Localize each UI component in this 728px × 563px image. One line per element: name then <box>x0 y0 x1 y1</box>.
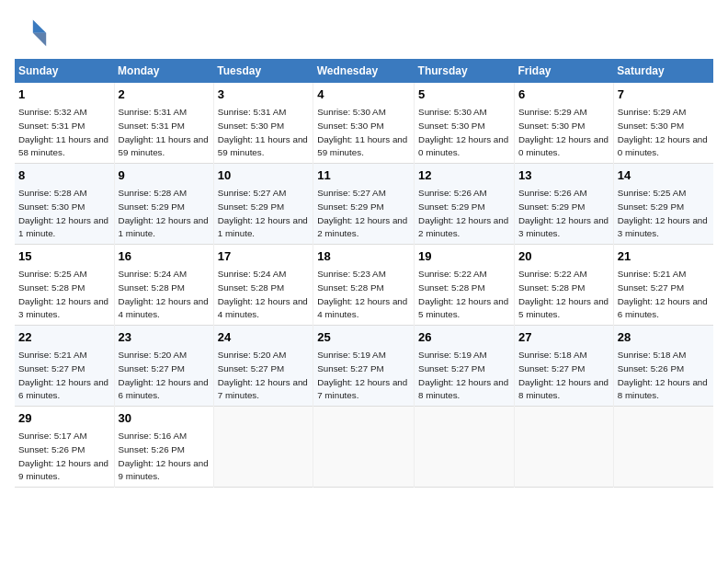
cell-info: Sunrise: 5:24 AMSunset: 5:28 PMDaylight:… <box>218 269 308 319</box>
calendar-cell: 22Sunrise: 5:21 AMSunset: 5:27 PMDayligh… <box>15 326 114 407</box>
calendar-week-3: 15Sunrise: 5:25 AMSunset: 5:28 PMDayligh… <box>15 245 713 326</box>
calendar-cell: 23Sunrise: 5:20 AMSunset: 5:27 PMDayligh… <box>114 326 213 407</box>
day-number: 30 <box>119 410 210 427</box>
calendar-cell: 24Sunrise: 5:20 AMSunset: 5:27 PMDayligh… <box>213 326 313 407</box>
logo-icon <box>15 15 48 48</box>
calendar-table: SundayMondayTuesdayWednesdayThursdayFrid… <box>15 59 713 488</box>
day-number: 15 <box>18 248 110 265</box>
page-header <box>15 15 713 48</box>
calendar-cell: 7Sunrise: 5:29 AMSunset: 5:30 PMDaylight… <box>613 83 713 164</box>
calendar-cell <box>313 407 415 488</box>
calendar-cell: 15Sunrise: 5:25 AMSunset: 5:28 PMDayligh… <box>15 245 114 326</box>
day-number: 16 <box>119 248 210 265</box>
svg-marker-1 <box>33 33 46 46</box>
day-number: 2 <box>119 86 210 103</box>
calendar-cell: 30Sunrise: 5:16 AMSunset: 5:26 PMDayligh… <box>114 407 213 488</box>
day-number: 29 <box>18 410 110 427</box>
calendar-week-5: 29Sunrise: 5:17 AMSunset: 5:26 PMDayligh… <box>15 407 713 488</box>
calendar-cell <box>515 407 614 488</box>
calendar-week-2: 8Sunrise: 5:28 AMSunset: 5:30 PMDaylight… <box>15 164 713 245</box>
calendar-cell: 10Sunrise: 5:27 AMSunset: 5:29 PMDayligh… <box>213 164 313 245</box>
calendar-cell: 9Sunrise: 5:28 AMSunset: 5:29 PMDaylight… <box>114 164 213 245</box>
cell-info: Sunrise: 5:31 AMSunset: 5:30 PMDaylight:… <box>218 107 308 157</box>
cell-info: Sunrise: 5:27 AMSunset: 5:29 PMDaylight:… <box>218 188 308 238</box>
col-header-saturday: Saturday <box>613 59 713 83</box>
col-header-wednesday: Wednesday <box>313 59 415 83</box>
cell-info: Sunrise: 5:18 AMSunset: 5:26 PMDaylight:… <box>618 350 708 400</box>
calendar-cell: 26Sunrise: 5:19 AMSunset: 5:27 PMDayligh… <box>415 326 515 407</box>
cell-info: Sunrise: 5:25 AMSunset: 5:29 PMDaylight:… <box>618 188 708 238</box>
cell-info: Sunrise: 5:30 AMSunset: 5:30 PMDaylight:… <box>418 107 508 157</box>
calendar-cell: 18Sunrise: 5:23 AMSunset: 5:28 PMDayligh… <box>313 245 415 326</box>
calendar-cell: 21Sunrise: 5:21 AMSunset: 5:27 PMDayligh… <box>613 245 713 326</box>
calendar-cell: 16Sunrise: 5:24 AMSunset: 5:28 PMDayligh… <box>114 245 213 326</box>
calendar-cell: 6Sunrise: 5:29 AMSunset: 5:30 PMDaylight… <box>515 83 614 164</box>
cell-info: Sunrise: 5:28 AMSunset: 5:29 PMDaylight:… <box>119 188 209 238</box>
calendar-cell: 4Sunrise: 5:30 AMSunset: 5:30 PMDaylight… <box>313 83 415 164</box>
day-number: 4 <box>317 86 410 103</box>
cell-info: Sunrise: 5:20 AMSunset: 5:27 PMDaylight:… <box>119 350 209 400</box>
day-number: 28 <box>618 329 710 346</box>
calendar-cell: 29Sunrise: 5:17 AMSunset: 5:26 PMDayligh… <box>15 407 114 488</box>
calendar-cell: 25Sunrise: 5:19 AMSunset: 5:27 PMDayligh… <box>313 326 415 407</box>
calendar-cell: 20Sunrise: 5:22 AMSunset: 5:28 PMDayligh… <box>515 245 614 326</box>
day-number: 3 <box>218 86 309 103</box>
cell-info: Sunrise: 5:21 AMSunset: 5:27 PMDaylight:… <box>618 269 708 319</box>
calendar-cell <box>415 407 515 488</box>
calendar-cell: 19Sunrise: 5:22 AMSunset: 5:28 PMDayligh… <box>415 245 515 326</box>
cell-info: Sunrise: 5:19 AMSunset: 5:27 PMDaylight:… <box>418 350 508 400</box>
day-number: 26 <box>418 329 510 346</box>
calendar-cell: 17Sunrise: 5:24 AMSunset: 5:28 PMDayligh… <box>213 245 313 326</box>
calendar-header: SundayMondayTuesdayWednesdayThursdayFrid… <box>15 59 713 83</box>
cell-info: Sunrise: 5:26 AMSunset: 5:29 PMDaylight:… <box>518 188 609 238</box>
cell-info: Sunrise: 5:20 AMSunset: 5:27 PMDaylight:… <box>218 350 308 400</box>
col-header-friday: Friday <box>515 59 614 83</box>
col-header-monday: Monday <box>114 59 213 83</box>
day-number: 7 <box>618 86 710 103</box>
cell-info: Sunrise: 5:32 AMSunset: 5:31 PMDaylight:… <box>18 107 108 157</box>
svg-marker-0 <box>33 19 46 32</box>
cell-info: Sunrise: 5:29 AMSunset: 5:30 PMDaylight:… <box>518 107 609 157</box>
day-number: 17 <box>218 248 309 265</box>
day-number: 18 <box>317 248 410 265</box>
calendar-cell: 14Sunrise: 5:25 AMSunset: 5:29 PMDayligh… <box>613 164 713 245</box>
day-number: 19 <box>418 248 510 265</box>
cell-info: Sunrise: 5:31 AMSunset: 5:31 PMDaylight:… <box>119 107 209 157</box>
cell-info: Sunrise: 5:24 AMSunset: 5:28 PMDaylight:… <box>119 269 209 319</box>
cell-info: Sunrise: 5:16 AMSunset: 5:26 PMDaylight:… <box>119 431 209 481</box>
day-number: 1 <box>18 86 110 103</box>
day-number: 10 <box>218 167 309 184</box>
cell-info: Sunrise: 5:21 AMSunset: 5:27 PMDaylight:… <box>18 350 108 400</box>
day-number: 27 <box>518 329 609 346</box>
day-number: 9 <box>119 167 210 184</box>
cell-info: Sunrise: 5:17 AMSunset: 5:26 PMDaylight:… <box>18 431 108 481</box>
day-number: 13 <box>518 167 609 184</box>
day-number: 11 <box>317 167 410 184</box>
calendar-cell: 11Sunrise: 5:27 AMSunset: 5:29 PMDayligh… <box>313 164 415 245</box>
logo <box>15 15 51 48</box>
col-header-sunday: Sunday <box>15 59 114 83</box>
cell-info: Sunrise: 5:29 AMSunset: 5:30 PMDaylight:… <box>618 107 708 157</box>
cell-info: Sunrise: 5:18 AMSunset: 5:27 PMDaylight:… <box>518 350 609 400</box>
calendar-cell: 2Sunrise: 5:31 AMSunset: 5:31 PMDaylight… <box>114 83 213 164</box>
calendar-cell: 13Sunrise: 5:26 AMSunset: 5:29 PMDayligh… <box>515 164 614 245</box>
calendar-cell: 28Sunrise: 5:18 AMSunset: 5:26 PMDayligh… <box>613 326 713 407</box>
col-header-thursday: Thursday <box>415 59 515 83</box>
cell-info: Sunrise: 5:22 AMSunset: 5:28 PMDaylight:… <box>418 269 508 319</box>
day-number: 6 <box>518 86 609 103</box>
day-number: 25 <box>317 329 410 346</box>
day-number: 24 <box>218 329 309 346</box>
day-number: 23 <box>119 329 210 346</box>
day-number: 21 <box>618 248 710 265</box>
cell-info: Sunrise: 5:22 AMSunset: 5:28 PMDaylight:… <box>518 269 609 319</box>
calendar-week-4: 22Sunrise: 5:21 AMSunset: 5:27 PMDayligh… <box>15 326 713 407</box>
col-header-tuesday: Tuesday <box>213 59 313 83</box>
calendar-cell: 27Sunrise: 5:18 AMSunset: 5:27 PMDayligh… <box>515 326 614 407</box>
calendar-cell: 1Sunrise: 5:32 AMSunset: 5:31 PMDaylight… <box>15 83 114 164</box>
cell-info: Sunrise: 5:30 AMSunset: 5:30 PMDaylight:… <box>317 107 407 157</box>
day-number: 8 <box>18 167 110 184</box>
day-number: 14 <box>618 167 710 184</box>
calendar-cell <box>213 407 313 488</box>
cell-info: Sunrise: 5:26 AMSunset: 5:29 PMDaylight:… <box>418 188 508 238</box>
calendar-cell: 5Sunrise: 5:30 AMSunset: 5:30 PMDaylight… <box>415 83 515 164</box>
